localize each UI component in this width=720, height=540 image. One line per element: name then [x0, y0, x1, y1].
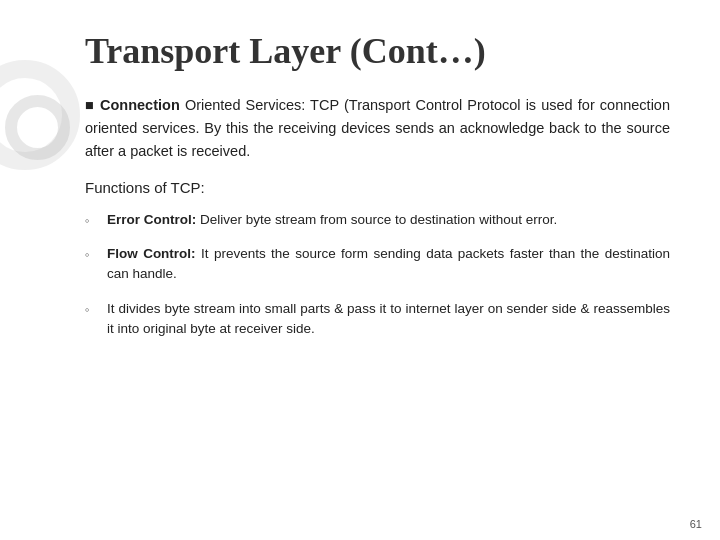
connection-block: ■ Connection Oriented Services: TCP (Tra…	[85, 94, 670, 164]
bullet-text-2: Flow Control: It prevents the source for…	[107, 244, 670, 285]
list-item: ◦ Flow Control: It prevents the source f…	[85, 244, 670, 285]
deco-circle-inner	[5, 95, 70, 160]
text-1: Deliver byte stream from source to desti…	[200, 212, 557, 227]
page-number: 61	[690, 518, 702, 530]
bullet-marker-1: ◦	[85, 210, 103, 231]
bullet-marker-3: ◦	[85, 299, 103, 320]
bullet-marker-2: ◦	[85, 244, 103, 265]
text-3: It divides byte stream into small parts …	[107, 301, 670, 336]
bullet-text-3: It divides byte stream into small parts …	[107, 299, 670, 340]
term-1: Error Control:	[107, 212, 196, 227]
list-item: ◦ Error Control: Deliver byte stream fro…	[85, 210, 670, 231]
term-2: Flow Control:	[107, 246, 196, 261]
functions-title: Functions of TCP:	[85, 176, 670, 200]
main-content: ■ Connection Oriented Services: TCP (Tra…	[85, 94, 670, 339]
connection-bullet: ■	[85, 97, 100, 113]
bullet-text-1: Error Control: Deliver byte stream from …	[107, 210, 670, 230]
bullet-list: ◦ Error Control: Deliver byte stream fro…	[85, 210, 670, 340]
slide-title-text: Transport Layer (Cont…)	[85, 31, 486, 71]
list-item: ◦ It divides byte stream into small part…	[85, 299, 670, 340]
slide-container: Transport Layer (Cont…) ■ Connection Ori…	[0, 0, 720, 540]
connection-label: Connection	[100, 97, 180, 113]
slide-title: Transport Layer (Cont…)	[85, 30, 670, 72]
